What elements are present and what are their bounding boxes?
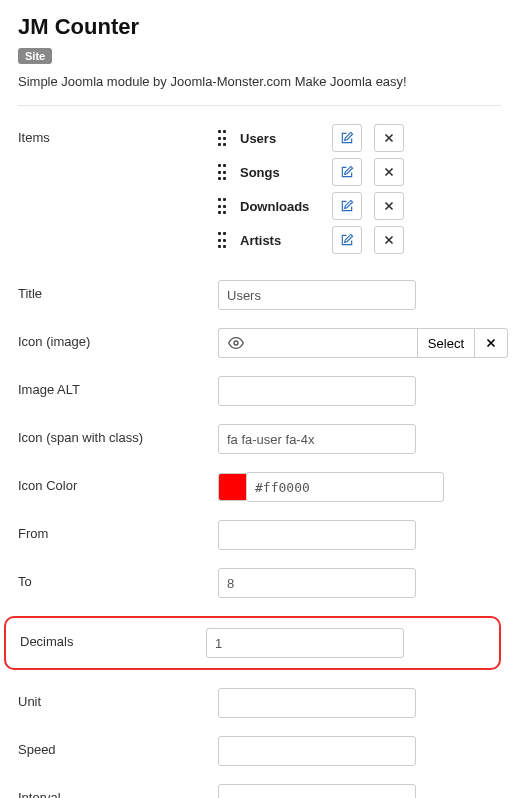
title-input[interactable] <box>218 280 416 310</box>
color-swatch[interactable] <box>218 473 246 501</box>
label-title: Title <box>18 280 218 301</box>
label-icon-span: Icon (span with class) <box>18 424 218 445</box>
label-from: From <box>18 520 218 541</box>
item-name: Downloads <box>240 199 320 214</box>
items-list: Users Songs Downloads Artists <box>218 124 501 260</box>
icon-span-input[interactable] <box>218 424 416 454</box>
label-icon-image: Icon (image) <box>18 328 218 349</box>
list-item: Users <box>218 124 501 152</box>
to-input[interactable] <box>218 568 416 598</box>
label-interval: Interval <box>18 784 218 798</box>
list-item: Downloads <box>218 192 501 220</box>
site-badge: Site <box>18 48 52 64</box>
unit-input[interactable] <box>218 688 416 718</box>
drag-handle-icon[interactable] <box>218 198 228 214</box>
label-unit: Unit <box>18 688 218 709</box>
divider <box>18 105 501 106</box>
clear-image-button[interactable] <box>474 328 508 358</box>
select-image-button[interactable]: Select <box>417 328 474 358</box>
label-icon-color: Icon Color <box>18 472 218 493</box>
image-alt-input[interactable] <box>218 376 416 406</box>
list-item: Songs <box>218 158 501 186</box>
module-description: Simple Joomla module by Joomla-Monster.c… <box>18 74 501 89</box>
edit-button[interactable] <box>332 226 362 254</box>
item-name: Users <box>240 131 320 146</box>
label-speed: Speed <box>18 736 218 757</box>
label-items: Items <box>18 124 218 145</box>
icon-image-input[interactable] <box>252 328 417 358</box>
label-decimals: Decimals <box>6 628 206 649</box>
decimals-input[interactable] <box>206 628 404 658</box>
from-input[interactable] <box>218 520 416 550</box>
label-to: To <box>18 568 218 589</box>
label-image-alt: Image ALT <box>18 376 218 397</box>
drag-handle-icon[interactable] <box>218 130 228 146</box>
icon-color-input[interactable] <box>246 472 444 502</box>
interval-input[interactable] <box>218 784 416 798</box>
eye-icon[interactable] <box>218 328 252 358</box>
svg-point-0 <box>234 341 238 345</box>
edit-button[interactable] <box>332 124 362 152</box>
delete-button[interactable] <box>374 158 404 186</box>
edit-button[interactable] <box>332 192 362 220</box>
page-title: JM Counter <box>18 14 501 40</box>
item-name: Artists <box>240 233 320 248</box>
edit-button[interactable] <box>332 158 362 186</box>
speed-input[interactable] <box>218 736 416 766</box>
delete-button[interactable] <box>374 226 404 254</box>
item-name: Songs <box>240 165 320 180</box>
drag-handle-icon[interactable] <box>218 164 228 180</box>
list-item: Artists <box>218 226 501 254</box>
drag-handle-icon[interactable] <box>218 232 228 248</box>
delete-button[interactable] <box>374 192 404 220</box>
delete-button[interactable] <box>374 124 404 152</box>
decimals-highlight: Decimals <box>4 616 501 670</box>
